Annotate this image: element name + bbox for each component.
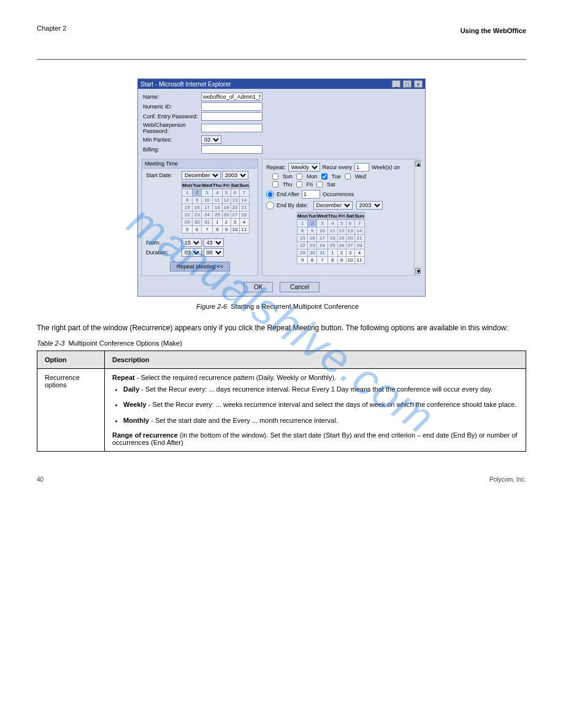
end-month-select[interactable]: December (313, 201, 353, 210)
dur-min-select[interactable]: 00 (204, 248, 224, 257)
billing-input[interactable] (201, 145, 262, 154)
end-year-select[interactable]: 2003 (356, 201, 383, 210)
repeat-meeting-button[interactable]: Repeat Meeting << (170, 262, 231, 271)
ok-button[interactable]: OK (243, 282, 273, 292)
thu-checkbox[interactable] (272, 181, 278, 188)
name-input[interactable] (201, 93, 262, 101)
option-cell: Recurrence options (37, 369, 105, 452)
table-row: Recurrence options Repeat - Select the r… (37, 369, 526, 452)
end-calendar[interactable]: MonTueWedThuFriSatSun 1234567 8910111213… (297, 212, 365, 264)
sun-checkbox[interactable] (272, 173, 278, 180)
recurrence-panel: Repeat: Weekly Recur every Week(s) on Su… (262, 159, 421, 276)
options-table: Option Description Recurrence options Re… (37, 351, 526, 452)
start-month-select[interactable]: December (182, 171, 221, 180)
end-by-label: End By date: (277, 202, 308, 208)
figure-caption: Figure 2-6 Starting a Recurrent Multipoi… (37, 303, 526, 310)
weeks-on-label: Week(s) on (372, 164, 400, 170)
wed-checkbox[interactable] (345, 173, 351, 180)
name-label: Name: (143, 94, 201, 100)
window-controls: _ □ × (391, 80, 423, 88)
repeat-label: Repeat: (266, 164, 286, 170)
screenshot-figure: Start - Microsoft Internet Explorer _ □ … (37, 78, 526, 297)
from-min-select[interactable]: 43 (204, 238, 224, 247)
footer-doc: Polycom, Inc. (489, 476, 526, 483)
app-window: Start - Microsoft Internet Explorer _ □ … (137, 78, 426, 297)
recur-every-input[interactable] (354, 163, 369, 172)
scroll-up-icon[interactable]: ▲ (415, 161, 421, 167)
numeric-id-input[interactable] (201, 102, 262, 111)
end-after-input[interactable] (302, 190, 320, 199)
mon-checkbox[interactable] (296, 173, 302, 180)
web-chair-label: Web/Chairperson Password: (143, 122, 201, 134)
numeric-id-label: Numeric ID: (143, 104, 201, 110)
header-rule (37, 59, 526, 60)
end-by-radio[interactable] (266, 202, 274, 210)
description-cell: Repeat - Select the required recurrence … (105, 369, 526, 452)
list-item: Daily - Set the Recur every: ... days re… (123, 385, 518, 394)
repeat-select[interactable]: Weekly (288, 163, 320, 172)
start-date-label: Start Date: (146, 172, 182, 178)
from-hour-select[interactable]: 15 (182, 238, 202, 247)
web-chair-input[interactable] (201, 124, 262, 132)
footer-page: 40 (37, 476, 44, 483)
min-parties-select[interactable]: 03 (201, 135, 221, 144)
tue-checkbox[interactable] (321, 173, 327, 180)
table-header-option: Option (37, 351, 105, 369)
window-titlebar: Start - Microsoft Internet Explorer _ □ … (138, 79, 425, 89)
conf-entry-input[interactable] (201, 112, 262, 121)
end-after-radio[interactable] (266, 191, 274, 199)
maximize-icon[interactable]: □ (403, 80, 412, 88)
billing-label: Billing: (143, 146, 201, 153)
meeting-time-panel: Meeting Time Start Date: December 2003 M… (142, 159, 258, 276)
dur-hour-select[interactable]: 03 (182, 248, 202, 257)
list-item: Monthly - Set the start date and the Eve… (123, 416, 518, 425)
list-item: Weekly - Set the Recur every: ... weeks … (123, 400, 518, 409)
vertical-scrollbar[interactable]: ▲ ▼ (414, 159, 421, 275)
table-caption: Table 2-3 Multipoint Conference Options … (37, 339, 526, 347)
close-icon[interactable]: × (414, 80, 423, 88)
end-after-label: End After (277, 191, 299, 197)
meeting-time-title: Meeting Time (142, 159, 258, 169)
table-header-description: Description (105, 351, 526, 369)
minimize-icon[interactable]: _ (392, 80, 400, 88)
from-label: From: (146, 240, 182, 246)
header-section: Using the WebOffice (37, 27, 526, 34)
window-title: Start - Microsoft Internet Explorer (140, 81, 231, 88)
start-year-select[interactable]: 2003 (222, 171, 248, 180)
fri-checkbox[interactable] (296, 181, 302, 188)
duration-label: Duration: (146, 249, 182, 256)
sat-checkbox[interactable] (316, 181, 323, 188)
occurrences-label: Occurrences (323, 191, 354, 197)
recur-every-label: Recur every (323, 164, 353, 170)
scroll-down-icon[interactable]: ▼ (415, 268, 421, 274)
min-parties-label: Min Parties: (143, 137, 201, 143)
cancel-button[interactable]: Cancel (280, 282, 320, 292)
body-paragraph: The right part of the window (Recurrence… (37, 322, 526, 333)
start-calendar[interactable]: MonTueWedThuFriSatSun 1234567 8910111213… (182, 181, 250, 233)
conf-entry-label: Conf. Entry Password: (143, 113, 201, 119)
